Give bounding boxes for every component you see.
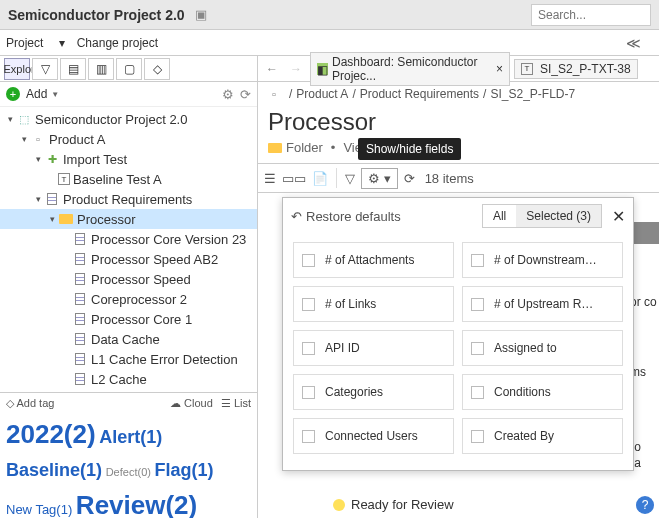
tree-item[interactable]: Processor Speed AB2: [0, 249, 257, 269]
tree-root[interactable]: ▾⬚Semiconductor Project 2.0: [0, 109, 257, 129]
field-option[interactable]: API ID: [293, 330, 454, 366]
tab-txt[interactable]: TSI_S2_P-TXT-38: [514, 59, 638, 79]
chevron-down-icon[interactable]: ▼: [51, 90, 59, 99]
folder-chip: Folder: [268, 140, 323, 155]
field-option[interactable]: Assigned to: [462, 330, 623, 366]
tag-new[interactable]: New Tag(1): [6, 502, 72, 517]
tree-item[interactable]: Data Cache: [0, 329, 257, 349]
project-menu[interactable]: Project ▾: [6, 36, 65, 50]
field-option[interactable]: Categories: [293, 374, 454, 410]
list-view[interactable]: ☰ List: [221, 397, 251, 410]
window-icon[interactable]: ▣: [195, 7, 207, 22]
search-input[interactable]: [531, 4, 651, 26]
page-title: Processor: [268, 108, 649, 136]
tag-2022[interactable]: 2022(2): [6, 419, 96, 449]
checkbox[interactable]: [302, 254, 315, 267]
tag-cloud: 2022(2) Alert(1) Baseline(1) Defect(0) F…: [6, 414, 251, 518]
list-icon[interactable]: ☰: [264, 171, 276, 186]
collapse-icon[interactable]: ≪: [626, 35, 641, 51]
ready-status: Ready for Review: [333, 497, 454, 512]
field-option[interactable]: Conditions: [462, 374, 623, 410]
field-option[interactable]: Created By: [462, 418, 623, 454]
field-option[interactable]: # of Links: [293, 286, 454, 322]
checkbox[interactable]: [471, 430, 484, 443]
checkbox[interactable]: [471, 342, 484, 355]
project-tree: ▾⬚Semiconductor Project 2.0 ▾▫Product A …: [0, 107, 257, 392]
tree-baseline[interactable]: TBaseline Test A: [0, 169, 257, 189]
add-button[interactable]: Add: [26, 87, 47, 101]
tooltip: Show/hide fields: [358, 138, 461, 160]
field-option[interactable]: Connected Users: [293, 418, 454, 454]
tree-item[interactable]: Processor Speed: [0, 269, 257, 289]
tag-defect[interactable]: Defect(0): [106, 466, 151, 478]
calendar-icon[interactable]: ▤: [60, 58, 86, 80]
tree-item[interactable]: L1 Cache Error Detection: [0, 349, 257, 369]
tag-baseline[interactable]: Baseline(1): [6, 460, 102, 480]
seg-selected[interactable]: Selected (3): [516, 205, 601, 227]
close-icon[interactable]: ✕: [612, 207, 625, 226]
status-dot-icon: [333, 499, 345, 511]
checkbox[interactable]: [302, 298, 315, 311]
back-icon[interactable]: ←: [262, 62, 282, 76]
field-option[interactable]: # of Downstream…: [462, 242, 623, 278]
refresh-icon[interactable]: ⟳: [240, 87, 251, 102]
change-project[interactable]: Change project: [77, 36, 158, 50]
breadcrumb: ▫ / Product A / Product Requirements / S…: [258, 82, 659, 106]
undo-icon: ↶: [291, 209, 302, 224]
field-option[interactable]: # of Attachments: [293, 242, 454, 278]
tag-alert[interactable]: Alert(1): [99, 427, 162, 447]
seg-all[interactable]: All: [483, 205, 516, 227]
items-count: 18 items: [425, 171, 474, 186]
clipboard-icon[interactable]: ▢: [116, 58, 142, 80]
fwd-icon[interactable]: →: [286, 62, 306, 76]
explorer-tab[interactable]: ☷ Explorer: [4, 58, 30, 80]
add-tag[interactable]: ◇ Add tag: [6, 397, 54, 410]
tag-icon[interactable]: ◇: [144, 58, 170, 80]
tree-item[interactable]: Processor Core Version 23: [0, 229, 257, 249]
checkbox[interactable]: [471, 386, 484, 399]
filter-icon[interactable]: ▽: [32, 58, 58, 80]
gear-dropdown[interactable]: ⚙ ▾: [361, 168, 398, 189]
tree-item[interactable]: Coreprocessor 2: [0, 289, 257, 309]
app-title: Semiconductor Project 2.0: [8, 7, 185, 23]
checkbox[interactable]: [302, 386, 315, 399]
help-icon[interactable]: ?: [636, 496, 654, 514]
tree-item[interactable]: Processor Core 1: [0, 309, 257, 329]
add-plus-icon[interactable]: +: [6, 87, 20, 101]
tree-product[interactable]: ▾▫Product A: [0, 129, 257, 149]
checkbox[interactable]: [471, 254, 484, 267]
book-icon[interactable]: ▭▭: [282, 171, 306, 186]
gear-icon[interactable]: ⚙: [222, 87, 234, 102]
tag-flag[interactable]: Flag(1): [155, 460, 214, 480]
checkbox[interactable]: [471, 298, 484, 311]
tag-review[interactable]: Review(2): [76, 490, 197, 518]
bc-id[interactable]: SI_S2_P-FLD-7: [490, 87, 575, 101]
cloud-view[interactable]: ☁ Cloud: [170, 397, 213, 410]
fields-popup: ↶Restore defaults All Selected (3) ✕ # o…: [282, 197, 634, 471]
tree-requirements[interactable]: ▾Product Requirements: [0, 189, 257, 209]
field-option[interactable]: # of Upstream R…: [462, 286, 623, 322]
tree-item[interactable]: L2 Cache: [0, 369, 257, 389]
bg-text: or co: [630, 295, 657, 309]
checkbox[interactable]: [302, 342, 315, 355]
bc-product[interactable]: Product A: [296, 87, 348, 101]
bc-requirements[interactable]: Product Requirements: [360, 87, 479, 101]
refresh-icon[interactable]: ⟳: [404, 171, 415, 186]
tree-processor[interactable]: ▾Processor: [0, 209, 257, 229]
chart-icon[interactable]: ▥: [88, 58, 114, 80]
close-icon[interactable]: ×: [496, 62, 503, 76]
tree-import[interactable]: ▾✚Import Test: [0, 149, 257, 169]
restore-defaults[interactable]: ↶Restore defaults: [291, 209, 401, 224]
checkbox[interactable]: [302, 430, 315, 443]
doc-icon[interactable]: 📄: [312, 171, 328, 186]
tab-dashboard[interactable]: ◧Dashboard: Semiconductor Projec...×: [310, 52, 510, 86]
filter-icon[interactable]: ▽: [345, 171, 355, 186]
product-icon: ▫: [266, 86, 282, 102]
